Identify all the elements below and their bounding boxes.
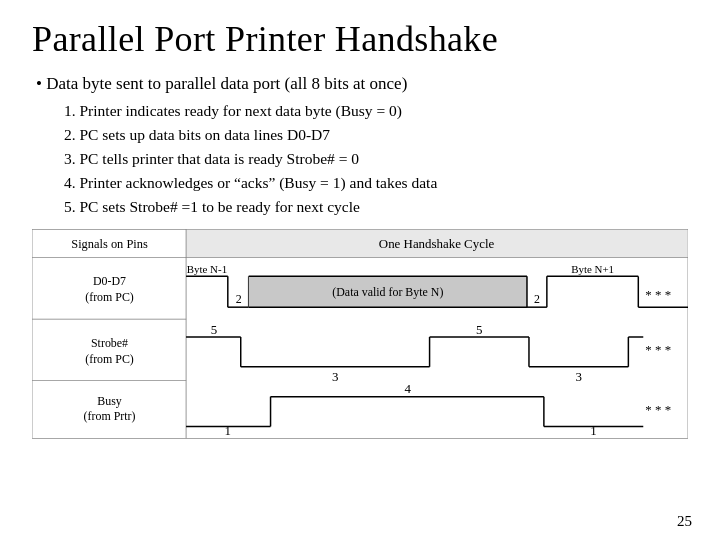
strobe-num3a: 3 <box>332 368 338 383</box>
diagram-area: Signals on Pins One Handshake Cycle D0-D… <box>32 229 688 444</box>
step-2: 2. PC sets up data bits on data lines D0… <box>64 124 688 147</box>
signals-on-pins-label: Signals on Pins <box>71 236 148 250</box>
d0d7-byten-1-label: Byte N-1 <box>187 263 227 275</box>
busy-sublabel: (from Prtr) <box>84 409 136 423</box>
strobe-stars: * * * <box>645 342 671 357</box>
step-1: 1. Printer indicates ready for next data… <box>64 100 688 123</box>
svg-rect-0 <box>32 229 688 438</box>
strobe-sublabel: (from PC) <box>85 352 134 366</box>
handshake-diagram: Signals on Pins One Handshake Cycle D0-D… <box>32 229 688 444</box>
d0d7-stars: * * * <box>645 287 671 302</box>
strobe-num5b: 5 <box>476 322 482 337</box>
page-number: 25 <box>677 513 692 530</box>
step-5: 5. PC sets Strobe# =1 to be ready for ne… <box>64 196 688 219</box>
busy-num4: 4 <box>404 380 411 395</box>
busy-num1b: 1 <box>590 423 596 438</box>
busy-label: Busy <box>97 393 122 407</box>
strobe-num3b: 3 <box>575 368 581 383</box>
busy-stars: * * * <box>645 401 671 416</box>
step-4: 4. Printer acknowledges or “acks” (Busy … <box>64 172 688 195</box>
step-3: 3. PC tells printer that data is ready S… <box>64 148 688 171</box>
busy-num1a: 1 <box>225 423 231 438</box>
numbered-steps: 1. Printer indicates ready for next data… <box>64 100 688 219</box>
strobe-num5a: 5 <box>211 322 217 337</box>
slide: Parallel Port Printer Handshake • Data b… <box>0 0 720 540</box>
d0-d7-label: D0-D7 <box>93 274 126 288</box>
d0d7-num2a: 2 <box>236 292 242 306</box>
d0-d7-sublabel: (from PC) <box>85 290 134 304</box>
bullet-main: • Data byte sent to parallel data port (… <box>36 74 688 94</box>
d0d7-data-valid-label: (Data valid for Byte N) <box>332 285 443 299</box>
one-handshake-cycle-label: One Handshake Cycle <box>379 235 495 250</box>
d0d7-byten1-label: Byte N+1 <box>571 263 614 275</box>
strobe-label: Strobe# <box>91 336 128 350</box>
slide-title: Parallel Port Printer Handshake <box>32 18 688 60</box>
d0d7-num2b: 2 <box>534 292 540 306</box>
